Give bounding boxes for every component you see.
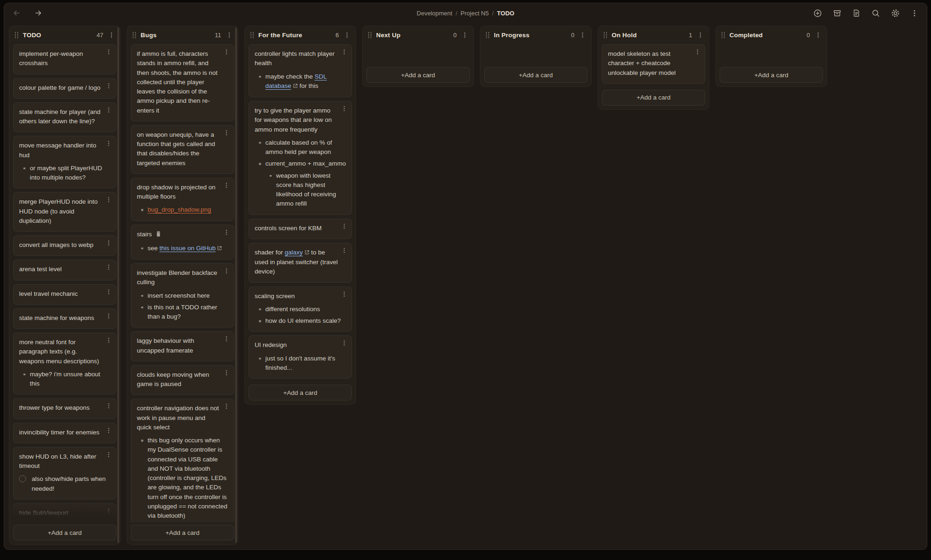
- column-menu-icon[interactable]: [225, 31, 233, 39]
- column-menu-icon[interactable]: [579, 31, 587, 39]
- card[interactable]: controller lights match player healthmay…: [249, 44, 352, 97]
- more-menu-icon[interactable]: [911, 9, 918, 17]
- card[interactable]: state machine for player (and others lat…: [13, 102, 116, 133]
- card[interactable]: investigate Blender backface cullinginse…: [131, 263, 234, 327]
- card-menu-icon[interactable]: [106, 264, 112, 270]
- breadcrumb-item[interactable]: Development: [417, 10, 452, 17]
- card-menu-icon[interactable]: [106, 508, 112, 514]
- card-menu-icon[interactable]: [223, 130, 229, 136]
- attachment-link[interactable]: bug_drop_shadow.png: [148, 206, 211, 213]
- card[interactable]: implement per-weapon crosshairs: [13, 44, 116, 74]
- card-menu-icon[interactable]: [223, 370, 229, 376]
- column-menu-icon[interactable]: [108, 31, 115, 39]
- card[interactable]: hide SubViewport environment for item pr…: [13, 503, 116, 522]
- drag-handle-icon[interactable]: [603, 32, 607, 39]
- column-scrollbar[interactable]: [235, 27, 237, 543]
- settings-icon[interactable]: [891, 9, 900, 18]
- forward-arrow-icon[interactable]: [34, 9, 42, 17]
- add-card-button[interactable]: +Add a card: [249, 385, 352, 400]
- column-menu-icon[interactable]: [814, 31, 822, 39]
- card[interactable]: if ammo is full, characters stands in am…: [131, 44, 234, 121]
- card-list: model skeleton as test character + cheat…: [598, 43, 709, 87]
- drag-handle-icon[interactable]: [250, 32, 254, 39]
- card[interactable]: colour palette for game / logo: [13, 78, 116, 99]
- card-menu-icon[interactable]: [223, 336, 229, 342]
- card-list: controller lights match player healthmay…: [245, 43, 356, 382]
- card-menu-icon[interactable]: [223, 403, 229, 409]
- card-menu-icon[interactable]: [106, 107, 112, 113]
- card-menu-icon[interactable]: [106, 403, 112, 409]
- back-arrow-icon[interactable]: [13, 9, 21, 17]
- card-menu-icon[interactable]: [341, 106, 347, 112]
- column-scrollbar[interactable]: [117, 27, 119, 543]
- add-card-button[interactable]: +Add a card: [131, 525, 234, 540]
- add-card-button[interactable]: +Add a card: [720, 67, 823, 83]
- card[interactable]: show HUD on L3, hide after timeoutalso s…: [13, 447, 116, 500]
- card[interactable]: controls screen for KBM: [249, 219, 352, 239]
- drag-handle-icon[interactable]: [368, 32, 372, 39]
- add-card-button[interactable]: +Add a card: [602, 90, 705, 106]
- checkbox-circle[interactable]: [19, 475, 26, 482]
- card[interactable]: scaling screendifferent resolutionshow d…: [249, 287, 352, 332]
- search-icon[interactable]: [871, 9, 880, 18]
- card-menu-icon[interactable]: [341, 49, 347, 55]
- card[interactable]: on weapon unequip, have a function that …: [131, 125, 234, 174]
- card-menu-icon[interactable]: [223, 182, 229, 188]
- card-menu-icon[interactable]: [106, 197, 112, 203]
- card[interactable]: UI redesignjust so I don't assume it's f…: [249, 335, 352, 379]
- card-menu-icon[interactable]: [695, 49, 701, 55]
- card-menu-icon[interactable]: [106, 313, 112, 319]
- external-link[interactable]: galaxy: [285, 249, 303, 256]
- breadcrumb-item[interactable]: Project N5: [460, 10, 489, 17]
- card-menu-icon[interactable]: [341, 223, 347, 229]
- bullet-text: or maybe split PlayerHUD into multiple n…: [30, 165, 102, 181]
- document-icon[interactable]: [852, 9, 861, 17]
- column-menu-icon[interactable]: [343, 31, 351, 39]
- card-menu-icon[interactable]: [106, 140, 112, 147]
- card[interactable]: more neutral font for paragraph texts (e…: [13, 333, 116, 394]
- card-menu-icon[interactable]: [106, 427, 112, 433]
- drag-handle-icon[interactable]: [132, 32, 136, 39]
- drag-handle-icon[interactable]: [486, 32, 490, 39]
- card[interactable]: clouds keep moving when game is paused: [131, 365, 234, 395]
- card[interactable]: merge PlayerHUD node into HUD node (to a…: [13, 192, 116, 232]
- add-card-button[interactable]: +Add a card: [484, 67, 587, 83]
- card[interactable]: controller navigation does not work in p…: [131, 399, 234, 522]
- card-menu-icon[interactable]: [106, 49, 112, 55]
- column-title: Completed: [729, 32, 763, 39]
- new-card-icon[interactable]: [813, 9, 822, 18]
- card-list: [363, 43, 473, 65]
- card-menu-icon[interactable]: [106, 289, 112, 295]
- card[interactable]: level travel mechanic: [13, 284, 116, 305]
- card[interactable]: thrower type for weapons: [13, 398, 116, 419]
- card[interactable]: shader for galaxy to be used in planet s…: [249, 243, 352, 283]
- card-menu-icon[interactable]: [341, 291, 347, 297]
- add-card-button[interactable]: +Add a card: [366, 67, 470, 83]
- card-menu-icon[interactable]: [223, 268, 229, 274]
- card[interactable]: invincibility timer for enemies: [13, 423, 116, 443]
- add-card-button[interactable]: +Add a card: [13, 525, 116, 540]
- card-menu-icon[interactable]: [106, 83, 112, 89]
- card-menu-icon[interactable]: [106, 240, 112, 246]
- card-menu-icon[interactable]: [106, 337, 112, 343]
- drag-handle-icon[interactable]: [721, 32, 725, 39]
- drag-handle-icon[interactable]: [14, 32, 19, 39]
- card[interactable]: model skeleton as test character + cheat…: [602, 44, 705, 84]
- card[interactable]: arena test level: [13, 260, 116, 280]
- card[interactable]: stairs see this issue on GitHub: [131, 225, 234, 260]
- column-menu-icon[interactable]: [696, 31, 704, 39]
- card[interactable]: try to give the player ammo for weapons …: [249, 101, 352, 215]
- card[interactable]: laggy behaviour with uncapped framerate: [131, 331, 234, 361]
- column-menu-icon[interactable]: [461, 31, 469, 39]
- external-link[interactable]: this issue on GitHub: [160, 245, 216, 252]
- card-menu-icon[interactable]: [223, 49, 229, 55]
- card[interactable]: state machine for weapons: [13, 308, 116, 329]
- card[interactable]: move message handler into hudor maybe sp…: [13, 136, 116, 188]
- card-menu-icon[interactable]: [223, 229, 229, 235]
- card[interactable]: convert all images to webp: [13, 235, 116, 256]
- card-menu-icon[interactable]: [106, 452, 112, 458]
- card[interactable]: drop shadow is projected on multiple flo…: [131, 178, 234, 221]
- archive-icon[interactable]: [833, 9, 842, 18]
- card-menu-icon[interactable]: [341, 340, 347, 346]
- card-menu-icon[interactable]: [341, 247, 347, 253]
